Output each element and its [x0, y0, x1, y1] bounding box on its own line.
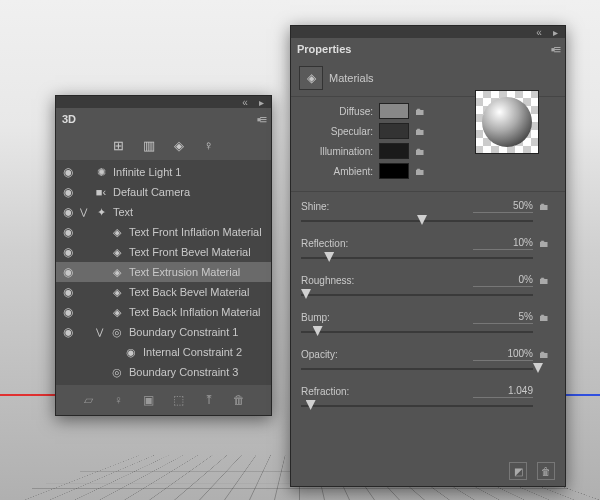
color-swatch[interactable] [379, 143, 409, 159]
tree-row[interactable]: ◉Internal Constraint 2 [56, 342, 271, 362]
material-preview[interactable] [475, 90, 539, 154]
filter-materials-icon[interactable]: ◈ [170, 136, 188, 154]
item-label: Infinite Light 1 [113, 166, 267, 178]
foot-camera-icon[interactable]: ▣ [140, 391, 158, 409]
filter-lights-icon[interactable]: ♀ [200, 136, 218, 154]
collapse-icon[interactable]: « [239, 97, 251, 107]
trash-icon[interactable]: 🗑 [230, 391, 248, 409]
sphere-icon [482, 97, 532, 147]
visibility-eye-icon[interactable]: ◉ [60, 205, 76, 219]
folder-icon[interactable]: 🖿 [533, 275, 555, 286]
folder-icon[interactable]: 🖿 [415, 146, 429, 157]
foot-add-icon[interactable]: ⤒ [200, 391, 218, 409]
color-swatch[interactable] [379, 163, 409, 179]
color-swatch[interactable] [379, 123, 409, 139]
item-type-icon: ◎ [109, 366, 125, 379]
tree-row[interactable]: ◉⋁◎Boundary Constraint 1 [56, 322, 271, 342]
foot-faces-icon[interactable]: ⬚ [170, 391, 188, 409]
tree-row[interactable]: ◉◈Text Extrusion Material [56, 262, 271, 282]
panel-properties-footer: ◩ 🗑 [509, 462, 555, 480]
swatch-label: Specular: [299, 126, 373, 137]
slider-label: Refraction: [301, 386, 473, 397]
visibility-eye-icon[interactable]: ◉ [60, 305, 76, 319]
flyout-menu-icon[interactable]: ▪≡ [551, 42, 559, 57]
swatch-row: Ambient:🖿 [291, 161, 565, 181]
visibility-eye-icon[interactable]: ◉ [60, 165, 76, 179]
slider-label: Opacity: [301, 349, 473, 360]
tree-row[interactable]: ◎Boundary Constraint 3 [56, 362, 271, 382]
slider-track[interactable] [301, 363, 533, 375]
visibility-eye-icon[interactable]: ◉ [60, 265, 76, 279]
slider-value[interactable]: 0% [473, 274, 533, 287]
swatch-label: Diffuse: [299, 106, 373, 117]
visibility-eye-icon[interactable]: ◉ [60, 325, 76, 339]
tree-row[interactable]: ◉◈Text Back Inflation Material [56, 302, 271, 322]
expand-arrow-icon[interactable]: ⋁ [96, 327, 105, 337]
tree-row[interactable]: ◉◈Text Back Bevel Material [56, 282, 271, 302]
folder-icon[interactable]: 🖿 [533, 238, 555, 249]
slider-value[interactable]: 1.049 [473, 385, 533, 398]
slider-track[interactable] [301, 400, 533, 412]
slider-track[interactable] [301, 289, 533, 301]
slider-row: Bump:5%🖿 [291, 309, 565, 346]
visibility-eye-icon[interactable]: ◉ [60, 185, 76, 199]
slider-row: Shine:50%🖿 [291, 198, 565, 235]
slider-value[interactable]: 50% [473, 200, 533, 213]
visibility-eye-icon[interactable]: ◉ [60, 225, 76, 239]
folder-icon[interactable]: 🖿 [415, 166, 429, 177]
item-label: Text Front Bevel Material [129, 246, 267, 258]
item-label: Text [113, 206, 267, 218]
foot-light-icon[interactable]: ♀ [110, 391, 128, 409]
slider-value[interactable]: 10% [473, 237, 533, 250]
filter-toolbar: ⊞ ▥ ◈ ♀ [56, 130, 271, 160]
item-label: Internal Constraint 2 [143, 346, 267, 358]
material-scope-icon[interactable]: ◈ [299, 66, 323, 90]
item-type-icon: ✺ [93, 166, 109, 179]
folder-icon[interactable]: 🖿 [533, 312, 555, 323]
folder-icon[interactable]: 🖿 [415, 106, 429, 117]
filter-scene-icon[interactable]: ⊞ [110, 136, 128, 154]
slider-row: Refraction:1.049 [291, 383, 565, 420]
collapse-icon[interactable]: « [533, 27, 545, 37]
item-label: Boundary Constraint 3 [129, 366, 267, 378]
visibility-eye-icon[interactable]: ◉ [60, 285, 76, 299]
folder-icon[interactable]: 🖿 [533, 201, 555, 212]
item-type-icon: ◈ [109, 226, 125, 239]
trash-icon[interactable]: 🗑 [537, 462, 555, 480]
folder-icon[interactable]: 🖿 [415, 126, 429, 137]
filter-meshes-icon[interactable]: ▥ [140, 136, 158, 154]
folder-icon[interactable]: 🖿 [533, 349, 555, 360]
swatch-label: Illumination: [299, 146, 373, 157]
visibility-eye-icon[interactable]: ◉ [60, 245, 76, 259]
flyout-menu-icon[interactable]: ▪≡ [257, 112, 265, 127]
tree-row[interactable]: ◉✺Infinite Light 1 [56, 162, 271, 182]
tree-row[interactable]: ◉◈Text Front Inflation Material [56, 222, 271, 242]
item-label: Default Camera [113, 186, 267, 198]
viewport-3d: « ▸ 3D ▪≡ ⊞ ▥ ◈ ♀ ◉✺Infinite Light 1◉■‹D… [0, 0, 600, 500]
tree-row[interactable]: ◉⋁✦Text [56, 202, 271, 222]
slider-value[interactable]: 100% [473, 348, 533, 361]
scene-tree: ◉✺Infinite Light 1◉■‹Default Camera◉⋁✦Te… [56, 160, 271, 384]
item-label: Text Back Bevel Material [129, 286, 267, 298]
foot-plane-icon[interactable]: ▱ [80, 391, 98, 409]
close-icon[interactable]: ▸ [549, 27, 561, 37]
slider-track[interactable] [301, 252, 533, 264]
slider-thumb[interactable] [533, 363, 543, 373]
slider-value[interactable]: 5% [473, 311, 533, 324]
item-type-icon: ■‹ [93, 186, 109, 198]
material-scope-label: Materials [329, 72, 374, 84]
material-sliders: Shine:50%🖿Reflection:10%🖿Roughness:0%🖿Bu… [291, 198, 565, 420]
render-settings-icon[interactable]: ◩ [509, 462, 527, 480]
slider-track[interactable] [301, 215, 533, 227]
tree-row[interactable]: ◉■‹Default Camera [56, 182, 271, 202]
panel-3d-controls: « ▸ [56, 96, 271, 108]
tree-row[interactable]: ◉◈Text Front Bevel Material [56, 242, 271, 262]
expand-arrow-icon[interactable]: ⋁ [80, 207, 89, 217]
slider-track[interactable] [301, 326, 533, 338]
close-icon[interactable]: ▸ [255, 97, 267, 107]
panel-3d-footer: ▱ ♀ ▣ ⬚ ⤒ 🗑 [56, 384, 271, 415]
color-swatch[interactable] [379, 103, 409, 119]
item-type-icon: ◈ [109, 246, 125, 259]
panel-properties-controls: « ▸ [291, 26, 565, 38]
item-type-icon: ◈ [109, 306, 125, 319]
